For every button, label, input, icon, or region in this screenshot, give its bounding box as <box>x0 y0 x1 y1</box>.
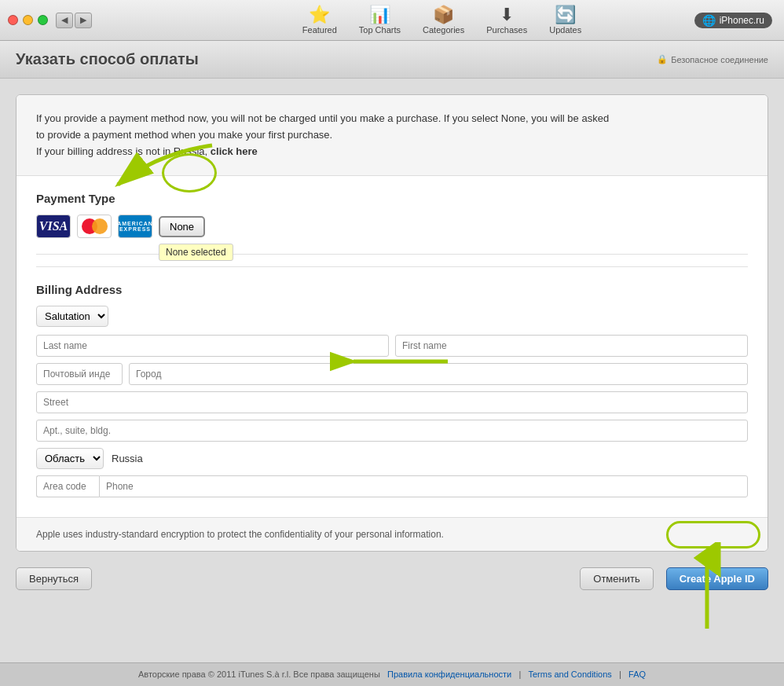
back-arrow-btn[interactable]: ◀ <box>56 13 73 28</box>
page-content: Указать способ оплаты 🔒 Безопасное соеди… <box>0 41 784 662</box>
security-note-text: Apple uses industry-standard encryption … <box>36 529 444 540</box>
info-line2: to provide a payment method when you mak… <box>36 127 748 144</box>
amex-button[interactable]: AMERICAN EXPRESS <box>118 215 152 238</box>
none-button[interactable]: None <box>159 216 205 237</box>
billing-section-label: Billing Address <box>36 283 748 296</box>
street-input[interactable] <box>36 391 748 413</box>
visa-card-button[interactable]: VISA <box>36 215 71 238</box>
phone-input[interactable] <box>99 475 748 497</box>
top-charts-icon: 📊 <box>369 6 390 24</box>
billing-section: Billing Address Salutation <box>36 266 748 497</box>
name-row <box>36 335 748 357</box>
none-selected-tooltip: None selected <box>159 244 233 261</box>
apt-input[interactable] <box>36 420 748 442</box>
payment-type-label: Payment Type <box>36 192 748 205</box>
toolbar-updates[interactable]: 🔄 Updates <box>538 3 592 38</box>
region-row: Область Russia <box>36 448 748 469</box>
toolbar-purchases[interactable]: ⬇ Purchases <box>475 3 538 38</box>
visa-text: VISA <box>39 219 68 233</box>
apt-row <box>36 420 748 442</box>
mc-right <box>92 218 108 234</box>
city-input[interactable] <box>129 363 748 385</box>
toolbar-featured[interactable]: ⭐ Featured <box>291 3 348 38</box>
toolbar-categories[interactable]: 📦 Categories <box>412 3 475 38</box>
store-badge: 🌐 iPhonec.ru <box>694 13 772 28</box>
categories-icon: 📦 <box>433 6 454 24</box>
privacy-link[interactable]: Правила конфиденциальности <box>387 669 511 679</box>
first-name-input[interactable] <box>395 335 748 357</box>
terms-link[interactable]: Terms and Conditions <box>528 669 611 679</box>
featured-icon: ⭐ <box>309 6 330 24</box>
toolbar-nav: ⭐ Featured 📊 Top Charts 📦 Categories ⬇ P… <box>108 3 776 38</box>
area-code-input[interactable] <box>36 475 99 497</box>
country-label: Russia <box>112 453 143 464</box>
right-buttons: Отменить Create Apple ID <box>580 567 768 590</box>
page-title: Указать способ оплаты <box>16 50 199 68</box>
nav-arrows: ◀ ▶ <box>56 13 92 28</box>
purchases-icon: ⬇ <box>500 6 514 24</box>
postal-input[interactable] <box>36 363 123 385</box>
cancel-button[interactable]: Отменить <box>580 567 653 590</box>
create-apple-id-button[interactable]: Create Apple ID <box>666 567 768 590</box>
maximize-button[interactable] <box>38 15 48 25</box>
phone-row <box>36 475 748 497</box>
none-button-wrapper: None None selected <box>159 216 205 237</box>
postal-city-row <box>36 363 748 385</box>
toolbar-top-charts[interactable]: 📊 Top Charts <box>348 3 412 38</box>
payment-type-row: VISA AMERICAN EXPRESS <box>36 215 748 238</box>
salutation-select[interactable]: Salutation <box>36 306 108 327</box>
back-button[interactable]: Вернуться <box>16 567 92 590</box>
toolbar-categories-label: Categories <box>423 25 464 35</box>
last-name-input[interactable] <box>36 335 389 357</box>
mastercard-button[interactable] <box>77 215 112 238</box>
window-controls <box>8 15 48 25</box>
secure-label: 🔒 Безопасное соединение <box>657 54 768 64</box>
globe-icon: 🌐 <box>702 14 716 27</box>
info-section: If you provide a payment method now, you… <box>16 95 768 176</box>
security-note: Apple uses industry-standard encryption … <box>16 517 768 551</box>
click-here-link[interactable]: click here <box>211 145 258 157</box>
footer: Авторские права © 2011 iTunes S.à r.l. В… <box>0 662 784 685</box>
footer-copyright: Авторские права © 2011 iTunes S.à r.l. В… <box>138 669 380 679</box>
faq-link[interactable]: FAQ <box>628 669 646 679</box>
info-line3-text: If your billing address is not in Russia… <box>36 145 207 157</box>
page-header: Указать способ оплаты 🔒 Безопасное соеди… <box>0 41 784 79</box>
street-row <box>36 391 748 413</box>
lock-icon: 🔒 <box>657 54 668 64</box>
close-button[interactable] <box>8 15 18 25</box>
minimize-button[interactable] <box>23 15 33 25</box>
footer-sep1: | <box>518 669 521 679</box>
secure-text: Безопасное соединение <box>671 55 768 64</box>
bottom-bar: Вернуться Отменить Create Apple ID <box>0 559 784 598</box>
region-select[interactable]: Область <box>36 448 104 469</box>
updates-icon: 🔄 <box>555 6 576 24</box>
store-url: iPhonec.ru <box>720 15 764 26</box>
toolbar-featured-label: Featured <box>302 25 337 35</box>
footer-sep2: | <box>619 669 621 679</box>
toolbar-purchases-label: Purchases <box>486 25 527 35</box>
toolbar-top-charts-label: Top Charts <box>359 25 401 35</box>
title-bar: ◀ ▶ ⭐ Featured 📊 Top Charts 📦 Categories… <box>0 0 784 41</box>
info-line3: If your billing address is not in Russia… <box>36 144 748 160</box>
main-panel: If you provide a payment method now, you… <box>16 94 768 552</box>
forward-arrow-btn[interactable]: ▶ <box>75 13 92 28</box>
toolbar-updates-label: Updates <box>549 25 581 35</box>
info-line1: If you provide a payment method now, you… <box>36 111 748 127</box>
amex-text2: EXPRESS <box>119 226 151 233</box>
divider <box>36 254 748 255</box>
amex-text1: AMERICAN <box>117 221 153 227</box>
form-section: Payment Type VISA AMERI <box>16 176 768 517</box>
